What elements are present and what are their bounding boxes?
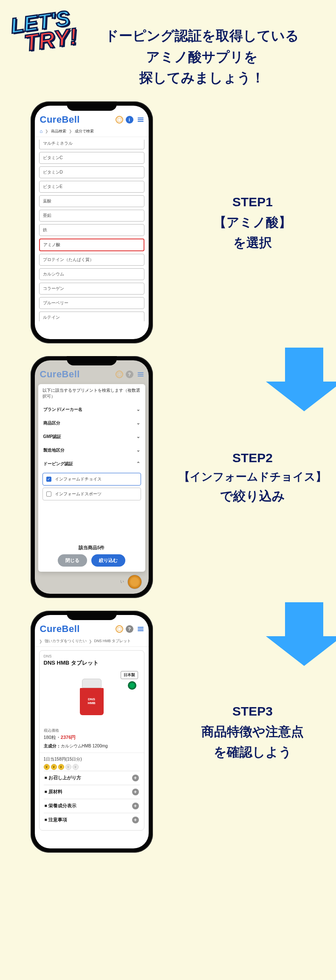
per-day-cost: 1日当158円(15日分) [44,756,140,762]
step1-label: STEP1 【アミノ酸】 を選択 [170,192,336,253]
crumb-2[interactable]: DNS HMB タブレット [94,639,131,644]
step1-line-1: 【アミノ酸】 [170,212,336,233]
cost-rating: ¥¥¥¥¥ [44,764,140,770]
ingredient-option[interactable]: 葉酸 [39,195,144,207]
yen-coin-icon: ¥ [73,764,79,770]
made-in-japan-badge: 日本製 [121,671,138,679]
detail-accordion[interactable]: ■ 注意事項+ [44,813,140,827]
result-count: 該当商品5件 [42,545,141,551]
ingredient-option[interactable]: ビタミンC [39,152,144,164]
step1-title: STEP1 [170,192,336,212]
bag-icon[interactable]: ⬚ [116,625,123,633]
doping-cert-option[interactable]: インフォームドスポーツ [42,488,141,500]
checkbox-icon [46,491,51,497]
chevron-right-icon: ❯ [45,129,48,133]
bag-icon[interactable]: ⬚ [116,116,123,124]
home-icon[interactable]: ⌂ [40,129,43,134]
screen-3: CureBell ⬚ ? ❯ 強いカラダをつくりたい ❯ DNS HMB タブレ… [35,615,149,848]
menu-icon [138,372,144,376]
plus-icon: + [132,775,139,781]
phone-mock-1: CureBell ⬚ i ⌂ ❯ 商品検索 ❯ 成分で検索 マルチミネラルビタミ… [31,101,153,343]
divider [40,753,144,753]
ingredient-value: カルシウムHMB 1200mg [61,744,108,748]
hero-line-2: アミノ酸サプリを [85,47,319,68]
yen-coin-icon: ¥ [44,764,50,770]
bag-icon: ⬚ [116,371,123,378]
crumb-1[interactable]: 強いカラダをつくりたい [45,639,87,644]
ingredient-option[interactable]: ビタミンD [39,166,144,178]
filter-accordion[interactable]: ドーピング認証⌃ [42,457,141,471]
accordion-label: ドーピング認証 [43,461,73,467]
menu-icon[interactable] [138,627,144,631]
ingredient-option[interactable]: 鉄 [39,224,144,236]
menu-icon[interactable] [138,118,144,122]
yen-coin-icon: ¥ [58,764,64,770]
ingredient-option[interactable]: 亜鉛 [39,210,144,222]
product-card: DNS DNS HMB タブレット 日本製 DNS HMB 税込価格 18 [39,650,144,831]
step2-line-2: で絞り込み [170,486,336,506]
ingredient-option[interactable]: ビタミンE [39,181,144,193]
ingredient-list[interactable]: マルチミネラルビタミンCビタミンDビタミンE葉酸亜鉛鉄アミノ酸プロテイン（たんぱ… [35,137,149,326]
ingredient-option[interactable]: コラーゲン [39,283,144,295]
accordion-label: ■ 注意事項 [45,817,67,823]
ingredient-option[interactable]: ルテイン [39,312,144,321]
hero-title: ドーピング認証を取得している アミノ酸サプリを 探してみましょう！ [85,25,319,89]
close-button[interactable]: 閉じる [58,554,87,567]
screen-2: CureBell ⬚ ? 以下に該当するサプリメントを検索します（複数選択可） … [35,360,149,594]
modal-footer: 該当商品5件 閉じる 絞り込む [42,540,141,567]
plus-icon: + [132,803,139,809]
hero-line-3: 探してみましょう！ [85,67,319,89]
info-icon[interactable]: i [126,116,133,124]
price-qty: 180粒 [44,735,56,740]
detail-accordion[interactable]: ■ 栄養成分表示+ [44,799,140,813]
accordion-label: ■ 栄養成分表示 [45,803,76,809]
filter-modal: 以下に該当するサプリメントを検索します（複数選択可） ブランド/メーカー名⌄商品… [38,384,145,572]
step2-line-1: 【インフォームドチョイス】 [170,468,336,486]
cert-badge-icon [128,681,136,690]
ingredient-option[interactable]: マルチミネラル [39,140,144,149]
doping-cert-option[interactable]: ✓インフォームドチョイス [42,473,141,486]
step1-row: CureBell ⬚ i ⌂ ❯ 商品検索 ❯ 成分で検索 マルチミネラルビタミ… [0,101,336,343]
product-name: DNS HMB タブレット [44,659,140,667]
screen-1: CureBell ⬚ i ⌂ ❯ 商品検索 ❯ 成分で検索 マルチミネラルビタミ… [35,106,149,339]
breadcrumb: ⌂ ❯ 商品検索 ❯ 成分で検索 [35,128,149,137]
breadcrumb: ❯ 強いカラダをつくりたい ❯ DNS HMB タブレット [35,637,149,647]
accordion-label: 製造地区分 [43,447,65,453]
detail-accordion[interactable]: ■ お召し上がり方+ [44,771,140,785]
app-brand[interactable]: CureBell [40,114,80,125]
filter-accordion[interactable]: 商品区分⌄ [42,416,141,430]
blur-thumb-icon [127,575,142,589]
chevron-up-icon: ⌃ [136,461,140,466]
help-icon: ? [126,371,133,378]
crumb-2[interactable]: 成分で検索 [75,129,94,134]
modal-title: 以下に該当するサプリメントを検索します（複数選択可） [42,388,141,399]
ingredient-option[interactable]: カルシウム [39,268,144,280]
price-value: 180粒・2376円 [44,734,140,741]
detail-accordion[interactable]: ■ 原材料+ [44,785,140,799]
crumb-1[interactable]: 商品検索 [51,129,66,134]
ingredient-option[interactable]: プロテイン（たんぱく質） [39,254,144,266]
plus-icon: + [132,789,139,795]
product-jar-icon: DNS HMB [80,679,104,715]
app-brand[interactable]: CureBell [40,623,80,635]
apply-filter-button[interactable]: 絞り込む [91,554,125,567]
yen-coin-icon: ¥ [51,764,57,770]
accordion-label: ■ 原材料 [45,789,62,795]
checkbox-icon: ✓ [46,477,51,482]
filter-accordion[interactable]: ブランド/メーカー名⌄ [42,403,141,416]
try-text: TRY! [23,26,78,53]
option-label: インフォームドスポーツ [55,491,102,497]
help-icon[interactable]: ? [126,625,133,633]
product-image: 日本製 DNS HMB [44,669,140,724]
chevron-right-icon: ❯ [39,639,42,643]
price-amount: 2376円 [61,735,76,740]
accordion-label: ■ お召し上がり方 [45,775,81,781]
chevron-down-icon: ⌄ [136,434,140,439]
blur-text: い [120,579,124,584]
filter-accordion[interactable]: GMP認証⌄ [42,430,141,444]
ingredient-option[interactable]: ブルーベリー [39,297,144,309]
filter-accordion[interactable]: 製造地区分⌄ [42,444,141,457]
ingredient-option[interactable]: アミノ酸 [39,239,144,251]
step2-label: STEP2 【インフォームドチョイス】 で絞り込み [170,448,336,506]
option-label: インフォームドチョイス [55,476,102,482]
